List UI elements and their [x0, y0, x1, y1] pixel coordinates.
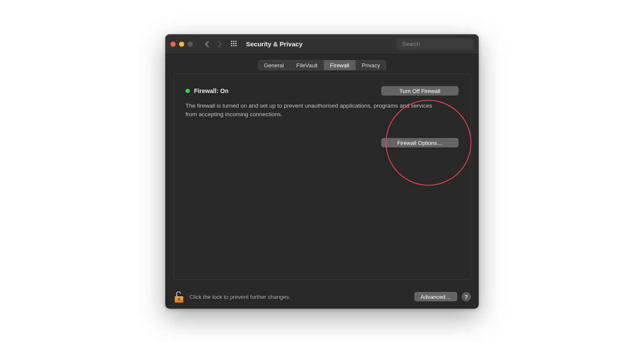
unlocked-lock-icon — [173, 291, 185, 304]
tabs-container: General FileVault Firewall Privacy — [165, 54, 479, 74]
svg-rect-3 — [231, 43, 232, 44]
preferences-window: Security & Privacy General FileVault Fir… — [165, 34, 479, 309]
window-controls — [170, 42, 193, 47]
svg-rect-8 — [235, 45, 237, 46]
toolbar: Security & Privacy — [165, 34, 479, 54]
minimize-window-button[interactable] — [179, 42, 184, 47]
lock-hint-text: Click the lock to prevent further change… — [189, 294, 291, 300]
forward-button[interactable] — [215, 39, 225, 49]
firewall-status-label: Firewall: On — [194, 87, 228, 94]
toggle-firewall-button[interactable]: Turn Off Firewall — [381, 86, 459, 96]
show-all-button[interactable] — [230, 39, 239, 49]
back-button[interactable] — [202, 39, 212, 49]
firewall-status-row: Firewall: On Turn Off Firewall — [185, 86, 459, 96]
firewall-status: Firewall: On — [185, 87, 228, 94]
search-field[interactable] — [396, 39, 474, 50]
firewall-panel: Firewall: On Turn Off Firewall The firew… — [173, 74, 471, 280]
tab-filevault[interactable]: FileVault — [290, 60, 324, 70]
tab-privacy[interactable]: Privacy — [356, 60, 386, 70]
window-title: Security & Privacy — [246, 40, 303, 48]
svg-rect-1 — [233, 41, 234, 42]
help-button[interactable]: ? — [462, 292, 471, 301]
svg-rect-7 — [233, 45, 234, 46]
svg-rect-0 — [231, 41, 232, 42]
svg-rect-4 — [233, 43, 234, 44]
svg-rect-6 — [231, 45, 232, 46]
chevron-right-icon — [218, 41, 222, 47]
svg-rect-5 — [235, 43, 237, 44]
zoom-window-button[interactable] — [188, 42, 193, 47]
firewall-description: The firewall is turned on and set up to … — [185, 102, 443, 118]
close-window-button[interactable] — [170, 42, 176, 47]
search-input[interactable] — [402, 41, 474, 47]
grid-icon — [231, 41, 238, 48]
lock-button[interactable] — [173, 290, 185, 304]
footer: Click the lock to prevent further change… — [165, 285, 479, 309]
chevron-left-icon — [205, 41, 209, 47]
status-indicator-icon — [185, 89, 190, 93]
firewall-options-button[interactable]: Firewall Options… — [381, 138, 459, 147]
svg-rect-2 — [235, 41, 237, 42]
tabs: General FileVault Firewall Privacy — [258, 60, 386, 70]
advanced-button[interactable]: Advanced… — [414, 292, 457, 301]
svg-rect-14 — [179, 299, 179, 301]
tab-general[interactable]: General — [258, 60, 290, 70]
tab-firewall[interactable]: Firewall — [324, 60, 356, 70]
